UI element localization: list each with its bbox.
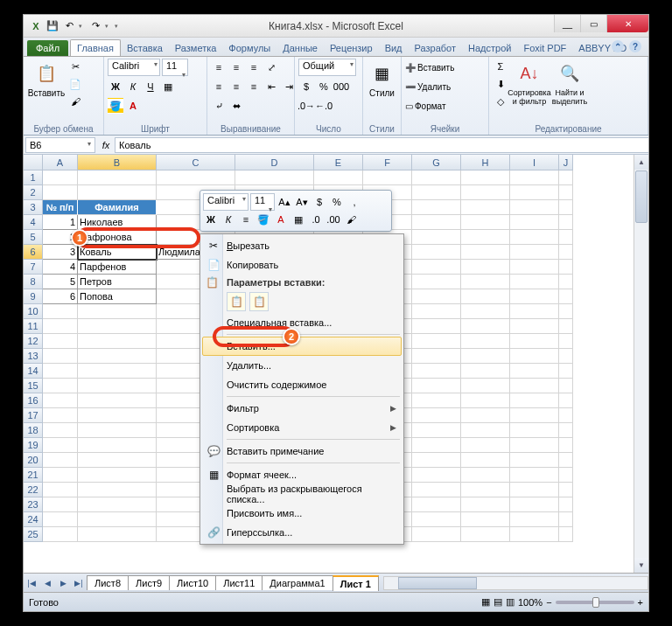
redo-drop[interactable]: ▾ bbox=[105, 23, 112, 30]
cell[interactable] bbox=[78, 319, 157, 334]
cell[interactable] bbox=[412, 393, 461, 408]
tab-foxit[interactable]: Foxit PDF bbox=[517, 40, 572, 56]
cell[interactable] bbox=[461, 497, 510, 512]
row-header[interactable]: 21 bbox=[24, 468, 43, 483]
cell[interactable] bbox=[559, 200, 573, 215]
col-J[interactable]: J bbox=[559, 155, 573, 170]
help-icon[interactable]: ? bbox=[629, 40, 641, 52]
cell[interactable] bbox=[461, 170, 510, 185]
mini-toolbar[interactable]: Calibri 11 A▴ A▾ $ % , Ж К ≡ 🪣 A ▦ .0 .0… bbox=[200, 190, 392, 232]
undo-icon[interactable]: ↶ bbox=[62, 19, 76, 33]
cell[interactable] bbox=[510, 185, 559, 200]
file-tab[interactable]: Файл bbox=[27, 40, 68, 56]
ctx-format-cells[interactable]: ▦Формат ячеек... bbox=[202, 465, 402, 484]
cell[interactable] bbox=[461, 349, 510, 364]
cell[interactable] bbox=[559, 423, 573, 438]
cell[interactable] bbox=[412, 379, 461, 393]
cell[interactable] bbox=[412, 334, 461, 349]
col-F[interactable]: F bbox=[363, 155, 412, 170]
cell[interactable] bbox=[43, 468, 78, 483]
sheet-nav-first[interactable]: |◀ bbox=[24, 575, 39, 591]
cell[interactable] bbox=[43, 319, 78, 334]
cell[interactable] bbox=[43, 527, 78, 542]
cells-format[interactable]: ▭ Формат bbox=[405, 97, 446, 115]
col-I[interactable]: I bbox=[510, 155, 559, 170]
orientation[interactable]: ⤢ bbox=[263, 59, 279, 75]
save-icon[interactable]: 💾 bbox=[46, 19, 60, 33]
cell[interactable] bbox=[510, 260, 559, 275]
qat-customize[interactable]: ▾ bbox=[115, 23, 122, 30]
cell[interactable] bbox=[461, 215, 510, 230]
ctx-paste-special[interactable]: Специальная вставка... bbox=[202, 313, 402, 332]
cell[interactable] bbox=[461, 364, 510, 379]
mini-size-combo[interactable]: 11 bbox=[250, 193, 275, 211]
cell[interactable] bbox=[510, 170, 559, 185]
minimize-ribbon-icon[interactable]: ⌃ bbox=[612, 40, 624, 52]
scroll-down-icon[interactable]: ▼ bbox=[634, 558, 648, 573]
cell[interactable] bbox=[78, 408, 157, 423]
cell[interactable] bbox=[461, 453, 510, 468]
tab-addins[interactable]: Надстрой bbox=[462, 40, 517, 56]
row-header[interactable]: 3 bbox=[24, 200, 43, 215]
horizontal-scrollbar[interactable] bbox=[383, 576, 648, 590]
col-G[interactable]: G bbox=[412, 155, 461, 170]
row-header[interactable]: 8 bbox=[24, 275, 43, 289]
row-header[interactable]: 13 bbox=[24, 349, 43, 364]
cell[interactable] bbox=[78, 170, 157, 185]
minimize-button[interactable]: __ bbox=[554, 15, 580, 32]
cell[interactable] bbox=[78, 438, 157, 453]
percent[interactable]: % bbox=[316, 79, 332, 94]
fill-color-button[interactable]: 🪣 bbox=[108, 98, 123, 114]
cell[interactable] bbox=[43, 483, 78, 497]
cell[interactable] bbox=[43, 364, 78, 379]
tab-view[interactable]: Вид bbox=[379, 40, 409, 56]
cell[interactable] bbox=[412, 497, 461, 512]
cell[interactable] bbox=[412, 170, 461, 185]
align-bot[interactable]: ≡ bbox=[246, 59, 262, 75]
cell[interactable] bbox=[43, 185, 78, 200]
cell[interactable] bbox=[510, 468, 559, 483]
col-E[interactable]: E bbox=[314, 155, 363, 170]
mini-font-color[interactable]: A bbox=[273, 212, 289, 227]
ctx-delete[interactable]: Удалить... bbox=[202, 356, 402, 375]
ctx-sort[interactable]: Сортировка▶ bbox=[202, 418, 402, 437]
fill[interactable]: ⬇ bbox=[493, 76, 508, 92]
cell[interactable] bbox=[412, 200, 461, 215]
ctx-filter[interactable]: Фильтр▶ bbox=[202, 399, 402, 418]
mini-fill[interactable]: 🪣 bbox=[256, 212, 271, 227]
cell[interactable] bbox=[412, 275, 461, 289]
mini-currency[interactable]: $ bbox=[312, 194, 327, 210]
cell[interactable] bbox=[461, 245, 510, 260]
row-header[interactable]: 1 bbox=[24, 170, 43, 185]
excel-icon[interactable]: X bbox=[29, 19, 43, 33]
cell[interactable] bbox=[43, 438, 78, 453]
col-A[interactable]: A bbox=[43, 155, 78, 170]
font-color-button[interactable]: A bbox=[125, 98, 141, 114]
paste-option-1[interactable]: 📋 bbox=[227, 292, 246, 311]
zoom-slider[interactable] bbox=[556, 601, 634, 604]
cell[interactable] bbox=[78, 379, 157, 393]
sheet-tab[interactable]: Лист11 bbox=[215, 575, 262, 590]
cell[interactable] bbox=[78, 497, 157, 512]
cell[interactable] bbox=[559, 438, 573, 453]
tab-developer[interactable]: Разработ bbox=[409, 40, 462, 56]
cell[interactable] bbox=[78, 393, 157, 408]
cell[interactable] bbox=[461, 483, 510, 497]
autosum[interactable]: Σ bbox=[493, 59, 508, 74]
row-header[interactable]: 10 bbox=[24, 304, 43, 319]
cell[interactable] bbox=[412, 527, 461, 542]
cell[interactable] bbox=[461, 275, 510, 289]
cell[interactable]: Парфенов bbox=[78, 260, 157, 275]
cell[interactable] bbox=[559, 512, 573, 527]
view-normal-icon[interactable]: ▦ bbox=[481, 596, 490, 608]
cell[interactable] bbox=[461, 230, 510, 245]
maximize-button[interactable]: ▭ bbox=[580, 15, 606, 32]
cell[interactable] bbox=[43, 379, 78, 393]
cell[interactable] bbox=[559, 275, 573, 289]
comma[interactable]: 000 bbox=[333, 79, 349, 94]
row-header[interactable]: 19 bbox=[24, 438, 43, 453]
col-D[interactable]: D bbox=[235, 155, 314, 170]
cell[interactable] bbox=[510, 349, 559, 364]
cell[interactable] bbox=[461, 334, 510, 349]
cell[interactable] bbox=[43, 304, 78, 319]
